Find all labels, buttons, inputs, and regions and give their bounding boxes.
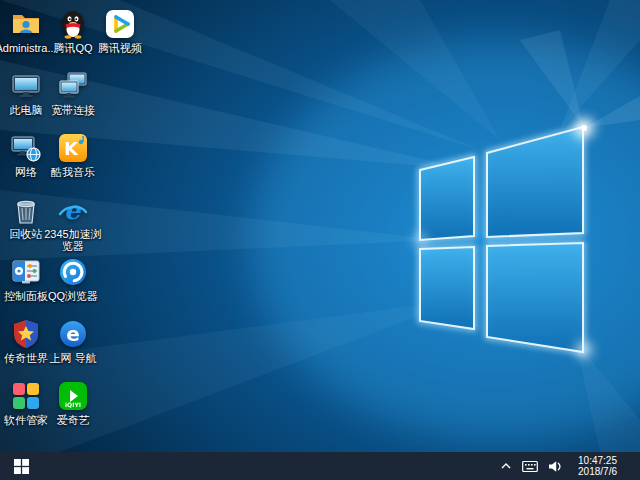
clock-time: 10:47:25 [578, 455, 617, 466]
hidden-icons-button[interactable] [500, 452, 512, 480]
desktop-icon-qq-browser[interactable]: QQ浏览器 [47, 256, 99, 314]
control-panel-icon [10, 256, 42, 288]
this-pc-icon [10, 70, 42, 102]
desktop-icon-broadband-connection[interactable]: 宽带连接 [47, 70, 99, 128]
icon-label: QQ浏览器 [40, 290, 106, 302]
icon-label: 宽带连接 [40, 104, 106, 116]
tencent-qq-icon [57, 8, 89, 40]
desktop-icon-web-navigation[interactable]: e 上网 导航 [47, 318, 99, 376]
2345-browser-icon: e [57, 194, 89, 226]
svg-text:K: K [64, 138, 79, 159]
desktop-icon-control-panel[interactable]: 控制面板 [0, 256, 52, 314]
svg-text:e: e [66, 322, 80, 346]
windows-logo-icon [14, 459, 29, 474]
icon-label: 酷我音乐 [40, 166, 106, 178]
taskbar: 10:47:25 2018/7/6 [0, 452, 640, 480]
icon-label: 爱奇艺 [40, 414, 106, 426]
iqiyi-icon: iQIYI [57, 380, 89, 412]
icon-label: 2345加速浏览器 [40, 228, 106, 252]
clock-date: 2018/7/6 [578, 466, 617, 477]
ime-keyboard-button[interactable] [522, 452, 538, 480]
desktop-icon-legend-world[interactable]: 传奇世界 [0, 318, 52, 376]
desktop-icon-2345-browser[interactable]: e 2345加速浏览器 [47, 194, 99, 252]
chevron-up-icon [500, 460, 512, 472]
tencent-video-icon [104, 8, 136, 40]
desktop-icon-this-pc[interactable]: 此电脑 [0, 70, 52, 128]
desktop-icon-kuwo-music[interactable]: K 酷我音乐 [47, 132, 99, 190]
volume-button[interactable] [548, 452, 563, 480]
icon-label: 腾讯视频 [87, 42, 153, 54]
desktop: Administra... 腾讯QQ [0, 0, 640, 480]
volume-icon [548, 460, 563, 473]
qq-browser-icon [57, 256, 89, 288]
broadband-connection-icon [57, 70, 89, 102]
recycle-bin-icon [10, 194, 42, 226]
icon-label: 上网 导航 [40, 352, 106, 364]
desktop-icon-software-manager[interactable]: 软件管家 [0, 380, 52, 438]
administrator-folder-icon [10, 8, 42, 40]
svg-text:iQIYI: iQIYI [65, 401, 81, 408]
keyboard-icon [522, 460, 538, 473]
taskbar-clock[interactable]: 10:47:25 2018/7/6 [573, 455, 622, 477]
system-tray: 10:47:25 2018/7/6 [500, 452, 640, 480]
desktop-icon-network[interactable]: 网络 [0, 132, 52, 190]
network-icon [10, 132, 42, 164]
web-navigation-icon: e [57, 318, 89, 350]
software-manager-icon [10, 380, 42, 412]
legend-world-icon [10, 318, 42, 350]
desktop-icon-tencent-video[interactable]: 腾讯视频 [94, 8, 146, 66]
desktop-icon-administrator-folder[interactable]: Administra... [0, 8, 52, 66]
kuwo-music-icon: K [57, 132, 89, 164]
start-button[interactable] [0, 452, 42, 480]
desktop-icon-iqiyi[interactable]: iQIYI 爱奇艺 [47, 380, 99, 438]
desktop-icon-tencent-qq[interactable]: 腾讯QQ [47, 8, 99, 66]
